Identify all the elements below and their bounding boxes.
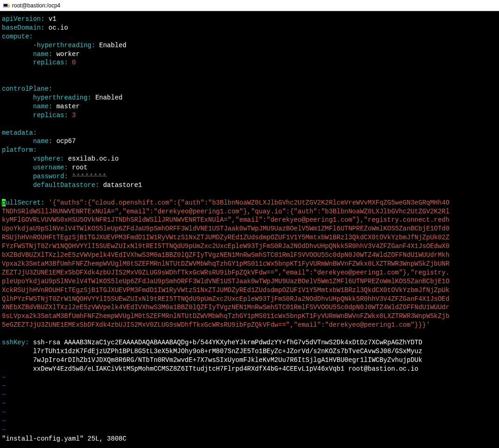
yaml-key: apiVersion xyxy=(2,15,41,23)
yaml-key: ullSecret xyxy=(6,199,41,206)
yaml-key: platform xyxy=(2,146,33,154)
svg-rect-1 xyxy=(4,4,7,6)
yaml-key: username xyxy=(33,164,64,171)
yaml-key: defaultDatastore xyxy=(33,181,95,189)
yaml-value: oc.io xyxy=(49,24,68,31)
yaml-value: datastore1 xyxy=(103,181,142,189)
yaml-key: sshKey xyxy=(2,339,25,346)
vim-tilde: ~ xyxy=(2,409,6,416)
terminal-viewport[interactable]: apiVersion: v1 baseDomain: oc.io compute… xyxy=(0,11,499,448)
yaml-value-obscured: ******** xyxy=(72,173,107,180)
pull-secret-value: '{"auths":{"cloud.openshift.com":{"auth"… xyxy=(2,199,449,329)
yaml-value: Enabled xyxy=(95,94,123,101)
yaml-value: Enabled xyxy=(99,42,126,49)
yaml-key: metadata xyxy=(2,129,33,137)
yaml-key: -hyperthreading xyxy=(33,42,91,49)
yaml-value: 0 xyxy=(72,59,76,66)
vim-tilde: ~ xyxy=(2,400,6,407)
vim-tilde: ~ xyxy=(2,391,6,398)
yaml-value: root xyxy=(72,164,88,171)
yaml-key: name xyxy=(33,50,49,58)
yaml-key: vsphere xyxy=(33,155,60,162)
yaml-key: hyperthreading xyxy=(33,94,88,101)
yaml-value: v1 xyxy=(49,15,57,23)
window-title: root@bastion:/ocp4 xyxy=(12,2,60,9)
yaml-value: worker xyxy=(57,50,80,58)
vim-tilde: ~ xyxy=(2,417,6,425)
yaml-value: esxilab.oc.io xyxy=(68,155,119,162)
vim-tilde: ~ xyxy=(2,382,6,390)
yaml-key: replicas xyxy=(33,112,64,119)
vim-tilde: ~ xyxy=(2,426,6,434)
yaml-key: controlPlane xyxy=(2,85,49,93)
vim-status-line: "install-config.yaml" 25L, 3808C xyxy=(2,435,126,442)
yaml-key: password xyxy=(33,173,64,180)
yaml-key: name xyxy=(33,103,49,110)
yaml-key: baseDomain xyxy=(2,24,41,31)
yaml-key: name xyxy=(33,137,49,145)
window-titlebar: root@bastion:/ocp4 xyxy=(0,0,499,11)
vim-tilde: ~ xyxy=(2,374,6,381)
putty-icon xyxy=(3,2,10,9)
yaml-value: ocp67 xyxy=(57,137,76,145)
yaml-key: replicas xyxy=(33,59,64,66)
yaml-value: 3 xyxy=(72,112,76,119)
yaml-key: compute xyxy=(2,33,29,40)
svg-rect-2 xyxy=(8,5,10,7)
yaml-value: master xyxy=(57,103,80,110)
ssh-key-value: ssh-rsa AAAAB3NzaC1yc2EAAAADAQABAAABAQDg… xyxy=(2,339,422,373)
